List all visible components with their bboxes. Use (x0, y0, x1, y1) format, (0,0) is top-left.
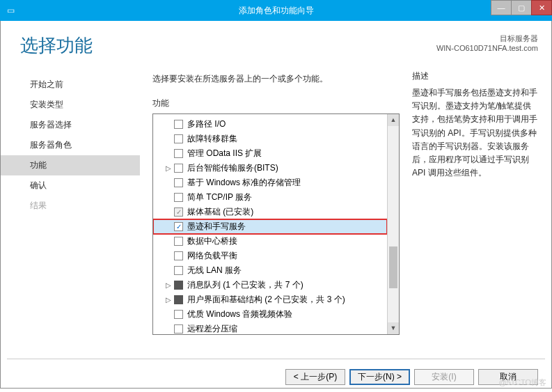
feature-checkbox[interactable] (174, 149, 183, 158)
prev-button[interactable]: < 上一步(P) (285, 369, 345, 385)
feature-label: 数据中心桥接 (187, 235, 237, 247)
description-panel: 描述 墨迹和手写服务包括墨迹支持和手写识别。墨迹支持为笔/触笔提供支持，包括笔势… (412, 70, 551, 335)
feature-label: 后台智能传输服务(BITS) (187, 162, 278, 174)
title-bar: ▭ 添加角色和功能向导 — ▢ ✕ (0, 0, 552, 21)
sidebar-item-server-select[interactable]: 服务器选择 (1, 115, 140, 135)
feature-row[interactable]: 远程差分压缩 (153, 322, 387, 334)
target-label: 目标服务器 (436, 33, 538, 44)
target-name: WIN-CO610D71NFA.test.com (436, 44, 538, 52)
feature-row[interactable]: ✓墨迹和手写服务 (153, 219, 387, 234)
feature-checkbox[interactable] (174, 237, 183, 246)
feature-checkbox[interactable] (174, 295, 183, 304)
feature-checkbox[interactable] (174, 164, 183, 173)
close-button[interactable]: ✕ (531, 0, 552, 15)
features-label: 功能 (152, 97, 400, 109)
feature-row[interactable]: 优质 Windows 音频视频体验 (153, 307, 387, 322)
feature-checkbox[interactable] (174, 324, 183, 334)
feature-label: 用户界面和基础结构 (2 个已安装，共 3 个) (187, 294, 345, 306)
minimize-button[interactable]: — (491, 0, 512, 15)
sidebar-item-before-begin[interactable]: 开始之前 (1, 75, 140, 95)
sidebar-item-features[interactable]: 功能 (1, 155, 140, 175)
sidebar-item-server-roles[interactable]: 服务器角色 (1, 135, 140, 155)
wizard-footer: < 上一步(P) 下一步(N) > 安装(I) 取消 (7, 359, 545, 385)
description-text: 墨迹和手写服务包括墨迹支持和手写识别。墨迹支持为笔/触笔提供支持，包括笔势支持和… (412, 86, 539, 180)
feature-label: 媒体基础 (已安装) (187, 206, 253, 218)
feature-checkbox[interactable] (174, 193, 183, 202)
sidebar-item-confirm[interactable]: 确认 (1, 175, 140, 196)
feature-checkbox[interactable] (174, 251, 183, 260)
expander-icon[interactable]: ▷ (164, 296, 173, 304)
wizard-sidebar: 开始之前 安装类型 服务器选择 服务器角色 功能 确认 结果 (1, 70, 140, 335)
feature-checkbox[interactable] (174, 266, 183, 275)
app-icon: ▭ (0, 6, 21, 15)
description-label: 描述 (412, 70, 539, 82)
feature-row[interactable]: 故障转移群集 (153, 132, 387, 146)
feature-row[interactable]: 网络负载平衡 (153, 249, 387, 263)
feature-checkbox[interactable] (174, 310, 183, 319)
feature-checkbox[interactable] (174, 178, 183, 187)
features-tree: 多路径 I/O故障转移群集管理 OData IIS 扩展▷后台智能传输服务(BI… (152, 113, 400, 335)
expander-icon[interactable]: ▷ (164, 164, 173, 172)
maximize-button[interactable]: ▢ (511, 0, 532, 15)
feature-label: 简单 TCP/IP 服务 (187, 191, 252, 203)
vertical-scrollbar[interactable]: ▲ ▼ (387, 114, 399, 334)
expander-icon[interactable]: ▷ (164, 281, 173, 289)
feature-row[interactable]: ▷用户界面和基础结构 (2 个已安装，共 3 个) (153, 292, 387, 307)
feature-label: 管理 OData IIS 扩展 (187, 148, 262, 159)
feature-row[interactable]: 基于 Windows 标准的存储管理 (153, 175, 387, 190)
window-title: 添加角色和功能向导 (0, 5, 552, 17)
feature-row[interactable]: ▷消息队列 (1 个已安装，共 7 个) (153, 278, 387, 292)
feature-row[interactable]: ▷后台智能传输服务(BITS) (153, 161, 387, 175)
feature-row[interactable]: ✓媒体基础 (已安装) (153, 205, 387, 219)
feature-checkbox[interactable]: ✓ (174, 222, 183, 231)
feature-label: 消息队列 (1 个已安装，共 7 个) (187, 279, 303, 291)
next-button[interactable]: 下一步(N) > (349, 369, 410, 385)
feature-label: 优质 Windows 音频视频体验 (187, 308, 292, 320)
feature-row[interactable]: 数据中心桥接 (153, 234, 387, 249)
scroll-thumb[interactable] (389, 246, 397, 288)
feature-label: 无线 LAN 服务 (187, 265, 242, 276)
feature-label: 故障转移群集 (187, 133, 237, 145)
instruction-text: 选择要安装在所选服务器上的一个或多个功能。 (152, 73, 400, 85)
feature-label: 基于 Windows 标准的存储管理 (187, 177, 301, 189)
scroll-up-button[interactable]: ▲ (388, 114, 399, 126)
window-controls: — ▢ ✕ (491, 0, 552, 15)
feature-row[interactable]: 管理 OData IIS 扩展 (153, 146, 387, 161)
feature-row[interactable]: 多路径 I/O (153, 117, 387, 132)
watermark: @51CTO博客 (499, 377, 546, 388)
feature-row[interactable]: 无线 LAN 服务 (153, 263, 387, 278)
feature-checkbox[interactable] (174, 281, 183, 290)
feature-label: 网络负载平衡 (187, 250, 237, 262)
feature-checkbox[interactable] (174, 134, 183, 143)
feature-label: 墨迹和手写服务 (187, 221, 246, 233)
feature-checkbox[interactable] (174, 120, 183, 129)
feature-label: 远程差分压缩 (187, 323, 237, 334)
sidebar-item-install-type[interactable]: 安装类型 (1, 95, 140, 115)
feature-row[interactable]: 简单 TCP/IP 服务 (153, 190, 387, 205)
install-button: 安装(I) (414, 369, 474, 385)
target-server-info: 目标服务器 WIN-CO610D71NFA.test.com (436, 33, 538, 52)
scroll-down-button[interactable]: ▼ (388, 322, 399, 334)
feature-checkbox[interactable]: ✓ (174, 207, 183, 217)
main-panel: 选择要安装在所选服务器上的一个或多个功能。 功能 多路径 I/O故障转移群集管理… (140, 70, 412, 335)
tree-list[interactable]: 多路径 I/O故障转移群集管理 OData IIS 扩展▷后台智能传输服务(BI… (153, 114, 387, 334)
feature-label: 多路径 I/O (187, 118, 226, 130)
sidebar-item-results: 结果 (1, 196, 140, 216)
